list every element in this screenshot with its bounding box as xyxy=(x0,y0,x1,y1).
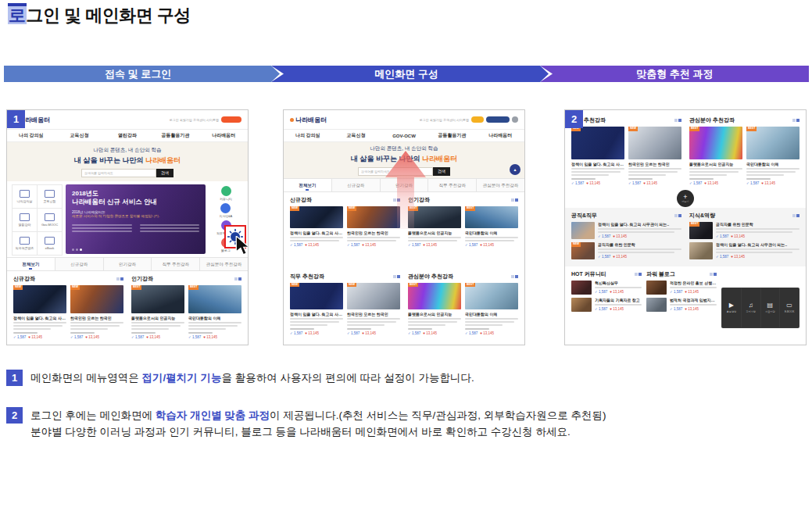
carousel-prev-icon[interactable] xyxy=(393,275,396,278)
course-card[interactable]: NEW한국인만 모르는 한국인✓ 1,587♥ 13,145 xyxy=(347,283,400,335)
course-card[interactable]: BEST플랫폼으로서의 인공지능✓ 1,587♥ 13,145 xyxy=(131,285,184,339)
shared-org-button[interactable] xyxy=(486,116,510,123)
carousel-next-icon[interactable] xyxy=(515,198,518,202)
tab-2[interactable]: 신규강좌 xyxy=(55,258,104,270)
list-item[interactable]: 정책이 입을 열다. 최고의 사무관이 되는..✓ 1,587♥ 13,145 xyxy=(689,242,799,259)
course-card[interactable]: NEW정책이 입을 열다. 최고의 사무관이 되는..✓ 1,587♥ 13,1… xyxy=(13,285,66,339)
carousel-prev-icon[interactable] xyxy=(393,198,396,202)
tab-1[interactable]: 전체보기 xyxy=(7,258,55,270)
carousel-next-icon[interactable] xyxy=(796,119,799,122)
tab-4[interactable]: 직무 추천강좌 xyxy=(152,258,200,270)
nav-item[interactable]: 나라배움터 xyxy=(199,132,248,139)
carousel-prev-icon[interactable] xyxy=(511,198,514,202)
banner-dot[interactable] xyxy=(72,248,74,251)
carousel-next-icon[interactable] xyxy=(678,214,681,217)
search-button[interactable]: 검색 xyxy=(433,167,450,176)
list-item[interactable]: 혁신확산실무✓ 1,587♥ 13,145 xyxy=(571,281,642,295)
carousel-prev-icon[interactable] xyxy=(116,277,120,281)
onair-badge[interactable] xyxy=(471,116,484,123)
course-card[interactable]: NEW한국인만 모르는 한국인✓ 1,587♥ 13,145 xyxy=(70,285,123,339)
course-card[interactable]: NEW정책이 입을 열다. 최고의 사무관이 되는..✓ 1,587♥ 13,1… xyxy=(290,206,343,247)
utility-links[interactable]: 로그인 회원가입 고객센터 사이트맵 xyxy=(420,118,469,122)
carousel-prev-icon[interactable] xyxy=(234,277,238,281)
quick-menu-item[interactable]: 교육신청 xyxy=(38,185,62,208)
carousel-prev-icon[interactable] xyxy=(674,119,678,122)
nav-item[interactable]: 열린강좌 xyxy=(103,132,152,139)
footer-icon-item[interactable]: ▤자료마당 xyxy=(761,288,780,327)
carousel-next-icon[interactable] xyxy=(238,277,241,281)
tab-2[interactable]: 신규강좌 xyxy=(332,179,381,191)
carousel-prev-icon[interactable] xyxy=(635,273,638,276)
list-item[interactable]: 기획자들의 기획자료 창고✓ 1,587♥ 13,145 xyxy=(571,298,642,312)
carousel-prev-icon[interactable] xyxy=(792,119,796,122)
nav-item[interactable]: 공동활용기관 xyxy=(152,132,200,139)
side-menu-item[interactable]: 지식Q&A xyxy=(220,203,232,218)
banner-dot[interactable] xyxy=(80,248,82,251)
tab-5[interactable]: 관심분야 추천강좌 xyxy=(200,258,248,270)
carousel-next-icon[interactable] xyxy=(515,275,518,278)
utility-links[interactable]: 로그인 회원가입 고객센터 사이트맵 xyxy=(170,118,219,122)
banner-pagination-dots[interactable] xyxy=(72,248,82,251)
list-item[interactable]: 법제처 국정과제 입법지원..✓ 1,587♥ 13,145 xyxy=(646,298,717,312)
notice-banner[interactable]: 2018년도 나라배움터 신규 서비스 안내 2018년 나라배움터는 새로운 … xyxy=(66,184,206,254)
quick-menu-item[interactable]: eBook xyxy=(38,232,62,255)
nav-item[interactable]: 나의 강의실 xyxy=(7,132,55,139)
course-card[interactable]: BEST국민대통합의 이해✓ 1,587♥ 13,145 xyxy=(746,127,799,185)
course-card[interactable]: BEST플랫폼으로서의 인공지능✓ 1,587♥ 13,145 xyxy=(689,127,742,185)
carousel-next-icon[interactable] xyxy=(120,277,123,281)
nav-item[interactable]: GOV-OCW xyxy=(380,134,428,138)
banner-dot[interactable] xyxy=(76,248,78,251)
list-item[interactable]: NEW공직자를 위한 인문학✓ 1,587♥ 13,145 xyxy=(571,242,681,259)
tab-1[interactable]: 전체보기 xyxy=(284,179,332,191)
course-card[interactable]: BEST국민대통합의 이해✓ 1,587♥ 13,145 xyxy=(188,285,241,339)
course-card[interactable]: NEW한국인만 모르는 한국인✓ 1,587♥ 13,145 xyxy=(347,206,400,247)
list-item[interactable]: 정책이 입을 열다. 최고의 사무관이 되는..✓ 1,587♥ 13,145 xyxy=(571,222,681,239)
carousel-prev-icon[interactable] xyxy=(674,214,678,217)
list-item[interactable]: 적정한 온라인 홍보 선행방법✓ 1,587♥ 13,145 xyxy=(646,281,717,295)
nav-item[interactable]: 나의 강의실 xyxy=(284,132,332,139)
remote-support-button[interactable] xyxy=(221,116,241,123)
carousel-next-icon[interactable] xyxy=(714,273,717,276)
course-card[interactable]: BEST국민대통합의 이해✓ 1,587♥ 13,145 xyxy=(465,283,518,335)
quick-menu-icon xyxy=(20,190,30,198)
carousel-next-icon[interactable] xyxy=(796,214,799,217)
course-badge: NEW xyxy=(13,285,23,290)
nav-item[interactable]: 공동활용기관 xyxy=(428,132,477,139)
quick-menu-item[interactable]: 외국어콘텐츠 xyxy=(13,232,37,255)
carousel-next-icon[interactable] xyxy=(678,119,681,122)
expand-toggle-button[interactable]: ▲ xyxy=(510,164,520,175)
footer-icon-item[interactable]: ▶홍보영상 xyxy=(722,288,741,327)
search-input[interactable]: 검색어를 입력하세요 xyxy=(81,169,156,177)
nav-item[interactable]: 교육신청 xyxy=(55,132,104,139)
tab-5[interactable]: 관심분야 추천강좌 xyxy=(477,179,524,191)
site-logo[interactable]: 나라배움터 xyxy=(290,116,327,124)
side-menu-item[interactable]: 커뮤니티 xyxy=(220,186,232,201)
course-card[interactable]: NEW한국인만 모르는 한국인✓ 1,587♥ 13,145 xyxy=(628,127,681,185)
list-item-thumbnail xyxy=(689,242,713,259)
carousel-next-icon[interactable] xyxy=(639,273,642,276)
search-button[interactable]: 검색 xyxy=(156,169,173,177)
quick-menu-item[interactable]: Gov-MOOC xyxy=(38,209,62,231)
course-card[interactable]: BEST플랫폼으로서의 인공지능✓ 1,587♥ 13,145 xyxy=(408,206,461,247)
nav-item[interactable]: 나라배움터 xyxy=(476,132,524,139)
course-card[interactable]: BEST국민대통합의 이해✓ 1,587♥ 13,145 xyxy=(465,206,518,247)
footer-icon-item[interactable]: ♫공지사항 xyxy=(742,288,760,327)
more-button[interactable]: + 더보기 xyxy=(677,190,694,207)
carousel-prev-icon[interactable] xyxy=(511,275,514,278)
quick-menu-item[interactable]: 나의강의실 xyxy=(13,185,37,208)
list-item-description-bar xyxy=(670,287,717,288)
note-2-text: 로그인 후에는 메인화면에 학습자 개인별 맞춤 과정이 제공됩니다.(추천 서… xyxy=(30,407,606,440)
profile-circle-icon[interactable] xyxy=(512,116,518,123)
footer-icon-item[interactable]: ▭E-BOOK xyxy=(780,288,799,327)
carousel-prev-icon[interactable] xyxy=(792,214,796,217)
tab-4[interactable]: 직무 추천강좌 xyxy=(428,179,477,191)
nav-item[interactable]: 교육신청 xyxy=(332,132,381,139)
list-item[interactable]: BEST공직자를 위한 인문학✓ 1,587♥ 13,145 xyxy=(689,222,799,239)
tab-3[interactable]: 인기강좌 xyxy=(104,258,152,270)
course-card[interactable]: BEST플랫폼으로서의 인공지능✓ 1,587♥ 13,145 xyxy=(408,283,461,335)
carousel-prev-icon[interactable] xyxy=(710,273,713,276)
course-card[interactable]: NEW정책이 입을 열다. 최고의 사무관이 되는..✓ 1,587♥ 13,1… xyxy=(571,127,624,185)
carousel-next-icon[interactable] xyxy=(397,275,400,278)
course-card[interactable]: NEW정책이 입을 열다. 최고의 사무관이 되는..✓ 1,587♥ 13,1… xyxy=(290,283,343,335)
quick-menu-item[interactable]: 열린강좌 xyxy=(13,209,37,231)
